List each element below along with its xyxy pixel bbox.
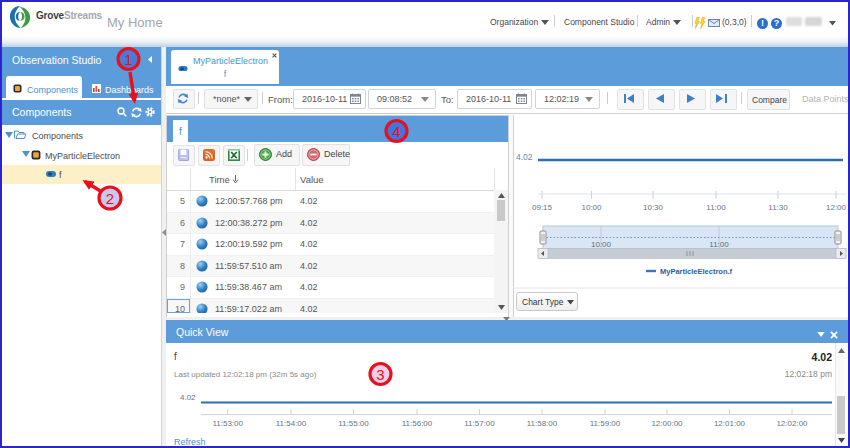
svg-text:1: 1 xyxy=(124,51,132,68)
svg-text:4: 4 xyxy=(392,123,400,140)
svg-text:2: 2 xyxy=(106,190,114,207)
svg-text:3: 3 xyxy=(376,366,384,383)
